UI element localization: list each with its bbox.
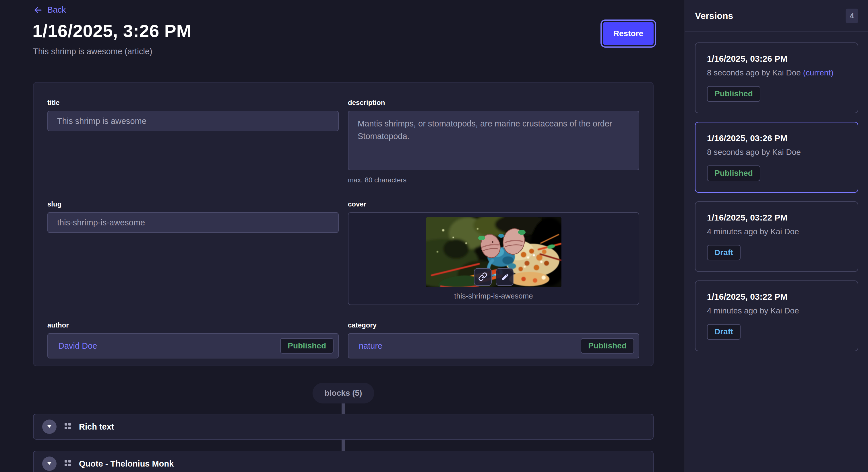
category-field: category nature Published bbox=[348, 321, 639, 359]
version-meta-text: 8 seconds ago by Kai Doe bbox=[707, 68, 801, 77]
version-date: 1/16/2025, 03:26 PM bbox=[707, 133, 846, 143]
versions-count-badge: 4 bbox=[846, 9, 858, 23]
back-link[interactable]: Back bbox=[33, 5, 66, 14]
version-meta-text: 4 minutes ago by Kai Doe bbox=[707, 227, 799, 236]
version-card-selected[interactable]: 1/16/2025, 03:26 PM 8 seconds ago by Kai… bbox=[695, 122, 858, 193]
versions-sidebar: Versions 4 1/16/2025, 03:26 PM 8 seconds… bbox=[685, 0, 868, 472]
back-arrow-icon bbox=[33, 6, 43, 14]
author-status-badge: Published bbox=[280, 338, 334, 354]
edit-asset-button[interactable] bbox=[496, 268, 514, 286]
version-card[interactable]: 1/16/2025, 03:22 PM 4 minutes ago by Kai… bbox=[695, 201, 858, 272]
pencil-icon bbox=[500, 272, 509, 282]
blocks-connector bbox=[342, 403, 345, 414]
category-status-badge: Published bbox=[581, 338, 634, 354]
version-list: 1/16/2025, 03:26 PM 8 seconds ago by Kai… bbox=[685, 32, 868, 362]
version-meta-text: 4 minutes ago by Kai Doe bbox=[707, 306, 799, 315]
slug-input[interactable] bbox=[48, 212, 339, 233]
author-label: author bbox=[48, 321, 339, 329]
description-hint: max. 80 characters bbox=[348, 176, 639, 184]
page-subtitle: This shrimp is awesome (article) bbox=[33, 47, 152, 56]
cover-carousel: this-shrimp-is-awesome bbox=[348, 212, 639, 305]
back-label: Back bbox=[48, 5, 66, 14]
description-label: description bbox=[348, 99, 639, 107]
version-date: 1/16/2025, 03:26 PM bbox=[707, 54, 846, 64]
version-current-tag: (current) bbox=[803, 68, 834, 77]
author-field: author David Doe Published bbox=[48, 321, 339, 359]
slug-label: slug bbox=[48, 200, 339, 208]
title-field: title bbox=[48, 99, 339, 184]
drag-grid-icon bbox=[64, 460, 71, 468]
version-date: 1/16/2025, 03:22 PM bbox=[707, 213, 846, 223]
block-label: Rich text bbox=[79, 422, 114, 432]
chevron-down-icon bbox=[47, 462, 52, 466]
description-input[interactable]: Mantis shrimps, or stomatopods, are mari… bbox=[348, 111, 639, 170]
versions-title: Versions bbox=[695, 11, 733, 21]
title-label: title bbox=[48, 99, 339, 107]
version-meta: 4 minutes ago by Kai Doe bbox=[707, 306, 846, 315]
version-meta: 4 minutes ago by Kai Doe bbox=[707, 227, 846, 236]
category-relation: nature Published bbox=[348, 333, 639, 359]
category-link[interactable]: nature bbox=[359, 341, 382, 351]
version-meta-text: 8 seconds ago by Kai Doe bbox=[707, 148, 801, 157]
author-relation: David Doe Published bbox=[48, 333, 339, 359]
block-row-rich-text[interactable]: Rich text bbox=[33, 414, 654, 440]
drag-grid-icon bbox=[64, 423, 71, 431]
link-icon bbox=[478, 272, 487, 282]
page-title: 1/16/2025, 3:26 PM bbox=[32, 21, 191, 41]
version-status-badge: Published bbox=[707, 86, 761, 102]
description-field: description Mantis shrimps, or stomatopo… bbox=[348, 99, 639, 184]
cover-media bbox=[426, 217, 561, 287]
versions-header: Versions 4 bbox=[685, 0, 868, 32]
version-meta: 8 seconds ago by Kai Doe (current) bbox=[707, 68, 846, 77]
version-card[interactable]: 1/16/2025, 03:26 PM 8 seconds ago by Kai… bbox=[695, 42, 858, 113]
collapse-toggle-button[interactable] bbox=[42, 457, 57, 471]
title-input[interactable] bbox=[48, 111, 339, 131]
cover-caption: this-shrimp-is-awesome bbox=[454, 292, 533, 301]
blocks-connector bbox=[342, 440, 345, 451]
collapse-toggle-button[interactable] bbox=[42, 419, 57, 434]
category-label: category bbox=[348, 321, 639, 329]
version-status-badge: Published bbox=[707, 165, 761, 181]
cover-field: cover bbox=[348, 200, 639, 305]
version-status-badge: Draft bbox=[707, 245, 741, 261]
restore-button[interactable]: Restore bbox=[603, 22, 654, 45]
block-row-quote[interactable]: Quote - Thelonius Monk bbox=[33, 451, 654, 472]
block-label: Quote - Thelonius Monk bbox=[79, 459, 174, 469]
version-status-badge: Draft bbox=[707, 324, 741, 340]
slug-field: slug bbox=[48, 200, 339, 305]
blocks-count-pill: blocks (5) bbox=[313, 383, 374, 403]
cover-label: cover bbox=[348, 200, 639, 208]
cover-actions bbox=[474, 268, 514, 286]
copy-link-button[interactable] bbox=[474, 268, 492, 286]
author-link[interactable]: David Doe bbox=[58, 341, 97, 351]
version-meta: 8 seconds ago by Kai Doe bbox=[707, 148, 846, 157]
chevron-down-icon bbox=[47, 425, 52, 429]
version-content-panel: title description Mantis shrimps, or sto… bbox=[33, 82, 654, 366]
version-history-page: Back 1/16/2025, 3:26 PM This shrimp is a… bbox=[0, 0, 868, 472]
version-date: 1/16/2025, 03:22 PM bbox=[707, 292, 846, 302]
version-card[interactable]: 1/16/2025, 03:22 PM 4 minutes ago by Kai… bbox=[695, 280, 858, 351]
